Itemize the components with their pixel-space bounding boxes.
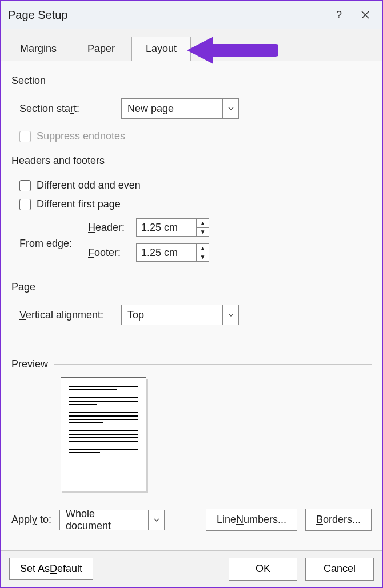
group-page: Page Vertical alignment: Top (11, 281, 372, 325)
titlebar: Page Setup ? (1, 1, 382, 29)
apply-to-combo[interactable]: Whole document (59, 510, 165, 530)
tab-layout[interactable]: Layout (131, 37, 191, 61)
tab-paper[interactable]: Paper (73, 37, 129, 61)
tab-margins[interactable]: Margins (6, 37, 71, 61)
divider (51, 81, 372, 81)
divider (110, 161, 372, 161)
divider (41, 287, 372, 287)
group-hf-label: Headers and footers (11, 155, 105, 167)
spin-up-icon[interactable]: ▲ (197, 219, 209, 228)
dialog-title: Page Setup (8, 9, 326, 22)
chevron-down-icon (222, 99, 238, 118)
set-as-default-button[interactable]: Set As Default (9, 558, 93, 580)
different-odd-even-label: Different odd and even (37, 179, 141, 191)
borders-button[interactable]: Borders... (305, 509, 372, 531)
divider (54, 364, 372, 365)
footer-spinner[interactable]: 1.25 cm ▲ ▼ (136, 243, 209, 262)
group-section: Section Section start: New page Suppress… (11, 75, 372, 142)
footer-label: Footer: (88, 247, 128, 259)
line-numbers-button[interactable]: Line Numbers... (206, 509, 297, 531)
section-start-label: Section start: (19, 103, 121, 115)
cancel-button[interactable]: Cancel (305, 558, 374, 581)
tabstrip: Margins Paper Layout (1, 29, 382, 61)
close-icon (361, 10, 370, 19)
group-page-label: Page (11, 281, 35, 293)
valign-combo[interactable]: Top (121, 305, 239, 325)
spin-up-icon[interactable]: ▲ (197, 244, 209, 253)
different-first-page-checkbox[interactable] (19, 199, 31, 210)
section-start-value: New page (122, 99, 222, 118)
chevron-down-icon (222, 305, 238, 325)
group-section-label: Section (11, 75, 46, 87)
page-setup-dialog: Page Setup ? Margins Paper Layout Sectio… (0, 0, 383, 588)
suppress-endnotes-label: Suppress endnotes (37, 130, 125, 142)
spin-down-icon[interactable]: ▼ (197, 253, 209, 262)
group-preview: Preview (11, 358, 372, 491)
different-first-page-label: Different first page (37, 198, 121, 210)
group-headers-footers: Headers and footers Different odd and ev… (11, 155, 372, 269)
group-preview-label: Preview (11, 358, 48, 370)
apply-row: Apply to: Whole document Line Numbers...… (11, 509, 372, 531)
tab-content-layout: Section Section start: New page Suppress… (1, 61, 382, 550)
apply-to-value: Whole document (60, 510, 148, 530)
suppress-endnotes-checkbox (19, 131, 31, 142)
valign-value: Top (122, 305, 222, 325)
preview-page (61, 377, 146, 491)
help-button[interactable]: ? (326, 1, 352, 29)
spin-down-icon[interactable]: ▼ (197, 228, 209, 237)
section-start-combo[interactable]: New page (121, 98, 239, 119)
ok-button[interactable]: OK (229, 558, 297, 581)
header-spinner[interactable]: 1.25 cm ▲ ▼ (136, 218, 209, 237)
close-button[interactable] (352, 1, 378, 29)
apply-to-label: Apply to: (11, 514, 51, 526)
different-odd-even-checkbox[interactable] (19, 180, 31, 191)
footer-value: 1.25 cm (137, 244, 196, 261)
header-label: Header: (88, 222, 128, 234)
from-edge-label: From edge: (19, 238, 72, 250)
header-value: 1.25 cm (137, 219, 196, 236)
valign-label: Vertical alignment: (19, 309, 121, 321)
chevron-down-icon (148, 510, 164, 530)
dialog-footer: Set As Default OK Cancel (1, 550, 382, 587)
